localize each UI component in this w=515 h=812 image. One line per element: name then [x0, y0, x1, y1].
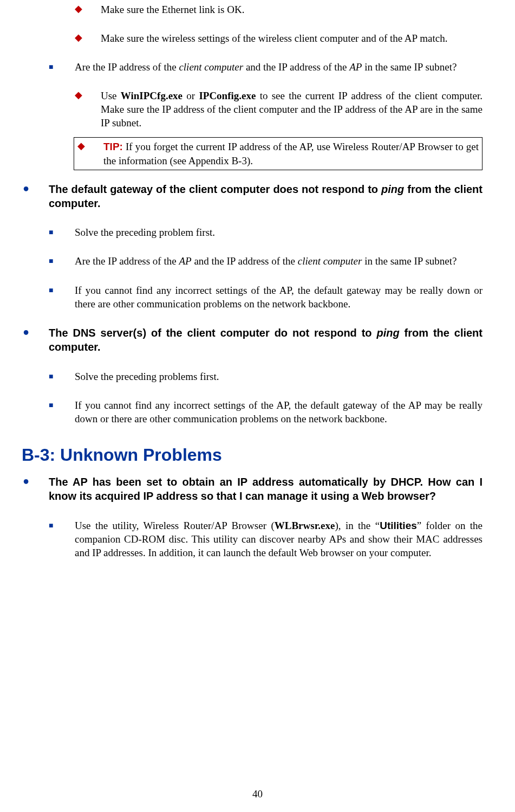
- text-italic: ping: [376, 327, 399, 339]
- text-bold: Utilities: [380, 520, 417, 531]
- list-item: ■ Are the IP address of the AP and the I…: [48, 254, 483, 268]
- list-heading: ● The default gateway of the client comp…: [22, 182, 483, 211]
- square-bullet-icon: ■: [49, 286, 53, 294]
- heading-text: The DNS server(s) of the client computer…: [49, 326, 483, 355]
- list-item: ■ Solve the preceding problems first.: [48, 370, 483, 383]
- body-text: Make sure the Ethernet link is OK.: [101, 3, 483, 16]
- body-text: If you cannot find any incorrect setting…: [75, 283, 483, 311]
- heading-text: The AP has been set to obtain an IP addr…: [49, 475, 483, 504]
- body-text: Solve the preceding problem first.: [75, 225, 483, 239]
- heading-text: The default gateway of the client comput…: [49, 182, 483, 211]
- text-bold: IPConfig.exe: [199, 90, 256, 101]
- list-item: ■ If you cannot find any incorrect setti…: [48, 283, 483, 311]
- text: If you forget the current IP address of …: [103, 141, 479, 166]
- text-italic: client computer: [298, 255, 362, 267]
- list-item: ◆ Make sure the Ethernet link is OK.: [74, 3, 483, 16]
- text-bold: WinIPCfg.exe: [121, 90, 182, 101]
- tip-label: TIP:: [103, 141, 123, 152]
- disc-bullet-icon: ●: [23, 182, 29, 194]
- text: The default gateway of the client comput…: [49, 183, 381, 195]
- text: Are the IP address of the: [75, 255, 179, 267]
- disc-bullet-icon: ●: [23, 326, 29, 338]
- text-italic: AP: [349, 61, 362, 73]
- diamond-bullet-icon: ◆: [75, 3, 82, 15]
- text-italic: client computer: [179, 61, 243, 73]
- text-bold: WLBrwsr.exe: [275, 520, 335, 531]
- square-bullet-icon: ■: [49, 401, 53, 409]
- text: or: [182, 90, 199, 101]
- square-bullet-icon: ■: [49, 372, 53, 381]
- list-item: ■ Use the utility, Wireless Router/AP Br…: [48, 519, 483, 559]
- disc-bullet-icon: ●: [23, 475, 29, 487]
- text: Are the IP address of the: [75, 61, 179, 73]
- body-text: Solve the preceding problems first.: [75, 370, 483, 383]
- page-container: ◆ Make sure the Ethernet link is OK. ◆ M…: [0, 0, 515, 812]
- list-item: ■ Are the IP address of the client compu…: [48, 60, 483, 74]
- square-bullet-icon: ■: [49, 63, 53, 71]
- list-item: ■ Solve the preceding problem first.: [48, 225, 483, 239]
- text-italic: ping: [381, 183, 404, 195]
- body-text: Are the IP address of the client compute…: [75, 60, 483, 74]
- text: ), in the “: [335, 520, 380, 531]
- square-bullet-icon: ■: [49, 228, 53, 236]
- list-item: ◆ Make sure the wireless settings of the…: [74, 31, 483, 45]
- list-heading: ● The DNS server(s) of the client comput…: [22, 326, 483, 355]
- square-bullet-icon: ■: [49, 521, 53, 530]
- tip-box: ◆ TIP: If you forget the current IP addr…: [74, 137, 483, 170]
- list-item: ◆ TIP: If you forget the current IP addr…: [74, 140, 479, 167]
- text: The DNS server(s) of the client computer…: [49, 327, 376, 339]
- diamond-bullet-icon: ◆: [75, 89, 82, 101]
- list-item: ◆ Use WinIPCfg.exe or IPConfig.exe to se…: [74, 89, 483, 130]
- list-heading: ● The AP has been set to obtain an IP ad…: [22, 475, 483, 504]
- square-bullet-icon: ■: [49, 257, 53, 265]
- diamond-bullet-icon: ◆: [77, 140, 85, 152]
- text: in the same IP subnet?: [362, 255, 457, 267]
- page-number: 40: [0, 788, 515, 800]
- text: and the IP address of the: [243, 61, 349, 73]
- body-text: TIP: If you forget the current IP addres…: [103, 140, 479, 167]
- text: in the same IP subnet?: [362, 61, 457, 73]
- body-text: Make sure the wireless settings of the w…: [101, 31, 483, 45]
- body-text: Use the utility, Wireless Router/AP Brow…: [75, 519, 483, 559]
- text: and the IP address of the: [192, 255, 298, 267]
- body-text: Are the IP address of the AP and the IP …: [75, 254, 483, 268]
- section-title: B-3: Unknown Problems: [22, 445, 483, 465]
- body-text: If you cannot find any incorrect setting…: [75, 398, 483, 426]
- text-italic: AP: [179, 255, 191, 267]
- text: Use: [101, 90, 121, 101]
- text: Use the utility, Wireless Router/AP Brow…: [75, 520, 275, 531]
- list-item: ■ If you cannot find any incorrect setti…: [48, 398, 483, 426]
- diamond-bullet-icon: ◆: [75, 31, 82, 43]
- body-text: Use WinIPCfg.exe or IPConfig.exe to see …: [101, 89, 483, 130]
